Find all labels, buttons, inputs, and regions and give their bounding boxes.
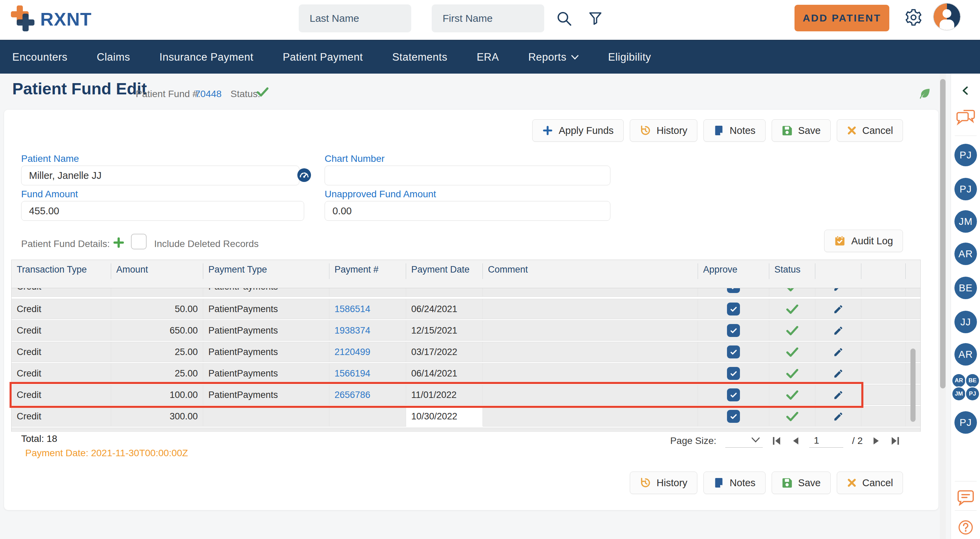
nav-item-reports[interactable]: Reports: [514, 51, 593, 63]
nav-item-label: Encounters: [12, 51, 67, 63]
presence-avatar-mini[interactable]: PJ: [966, 387, 979, 400]
cancel-label: Cancel: [862, 477, 893, 488]
fund-number-value[interactable]: 70448: [195, 89, 222, 100]
nav-item-statements[interactable]: Statements: [377, 51, 462, 63]
approve-checkbox[interactable]: [727, 410, 740, 423]
approve-checkbox[interactable]: [727, 288, 740, 293]
include-deleted-checkbox[interactable]: [131, 234, 146, 249]
last-name-input[interactable]: [299, 5, 411, 32]
nav-item-encounters[interactable]: Encounters: [12, 51, 82, 63]
history-button[interactable]: History: [630, 119, 697, 142]
main-nav: EncountersClaimsInsurance PaymentPatient…: [0, 40, 980, 74]
approve-checkbox[interactable]: [727, 388, 740, 401]
cell-payment-type: PatientPayments: [203, 299, 329, 319]
presence-avatar-mini[interactable]: JM: [952, 387, 965, 400]
approve-checkbox[interactable]: [727, 346, 740, 358]
cell-payment-number[interactable]: [329, 406, 406, 426]
history-button-bottom[interactable]: History: [630, 472, 697, 494]
cell-payment-number[interactable]: 2120499: [329, 342, 406, 362]
help-icon[interactable]: [951, 520, 980, 535]
presence-avatar[interactable]: PJ: [955, 144, 977, 166]
cell-payment-number[interactable]: 2656786: [329, 385, 406, 405]
cell-transaction-type: Credit: [11, 288, 111, 296]
presence-avatar-mini[interactable]: AR: [952, 374, 965, 387]
cell-payment-number[interactable]: 1938374: [329, 320, 406, 340]
cell-extra: [861, 406, 906, 426]
nav-item-patient-payment[interactable]: Patient Payment: [268, 51, 377, 63]
presence-avatar[interactable]: AR: [955, 343, 977, 366]
save-button-bottom[interactable]: Save: [772, 472, 830, 494]
edit-pencil-icon[interactable]: [833, 347, 843, 357]
gear-icon[interactable]: [904, 8, 923, 27]
notes-button-bottom[interactable]: Notes: [703, 472, 765, 494]
sidebar-divider: [955, 136, 977, 136]
cell-payment-number[interactable]: 1566194: [329, 363, 406, 383]
page-size-select[interactable]: [725, 434, 763, 448]
first-page-button[interactable]: [772, 436, 782, 446]
filter-icon[interactable]: [587, 10, 603, 27]
fund-amount-input[interactable]: [21, 201, 304, 221]
status-check-icon: [786, 304, 799, 314]
cell-edit: [815, 288, 861, 296]
approve-checkbox[interactable]: [727, 324, 740, 337]
leaf-icon[interactable]: [918, 87, 932, 100]
cell-edit: [815, 299, 861, 319]
nav-item-insurance-payment[interactable]: Insurance Payment: [145, 51, 268, 63]
user-avatar[interactable]: [934, 3, 960, 30]
edit-pencil-icon[interactable]: [833, 390, 843, 400]
audit-log-button[interactable]: Audit Log: [824, 230, 903, 252]
first-name-input[interactable]: [432, 5, 544, 32]
status-check-icon: [786, 325, 799, 336]
presence-avatar[interactable]: JM: [955, 210, 977, 233]
apply-funds-button[interactable]: Apply Funds: [532, 119, 623, 142]
cell-payment-number[interactable]: 1586514: [329, 299, 406, 319]
cancel-button-bottom[interactable]: Cancel: [837, 472, 903, 494]
cell-payment-date: 12/15/2021: [406, 320, 483, 340]
cell-amount: 100.00: [111, 385, 203, 405]
approve-checkbox[interactable]: [727, 367, 740, 380]
edit-pencil-icon[interactable]: [833, 288, 843, 292]
table-vertical-scrollbar[interactable]: [910, 349, 916, 422]
nav-item-eligibility[interactable]: Eligibility: [593, 51, 666, 63]
page-number-input[interactable]: [809, 434, 843, 448]
patient-name-input[interactable]: [21, 166, 299, 185]
presence-avatar-mini[interactable]: BE: [966, 374, 979, 387]
nav-item-era[interactable]: ERA: [462, 51, 514, 63]
right-sidebar: PJPJJMARBEJJARARBEJMPJPJ: [951, 74, 980, 539]
cell-extra: [906, 288, 920, 296]
column-header-approve: Approve: [698, 260, 769, 288]
save-button[interactable]: Save: [772, 119, 830, 142]
edit-pencil-icon[interactable]: [833, 325, 843, 336]
add-patient-button[interactable]: ADD PATIENT: [794, 5, 889, 31]
nav-item-claims[interactable]: Claims: [82, 51, 145, 63]
add-detail-plus-icon[interactable]: [113, 236, 125, 249]
notes-button[interactable]: Notes: [703, 119, 765, 142]
next-page-button[interactable]: [872, 436, 881, 445]
status-check-icon: [786, 390, 799, 400]
cell-edit: [815, 363, 861, 383]
message-icon[interactable]: [951, 490, 980, 506]
presence-avatar[interactable]: PJ: [955, 411, 977, 434]
collapse-chevron-icon[interactable]: [951, 85, 980, 96]
edit-pencil-icon[interactable]: [833, 304, 843, 314]
presence-avatar[interactable]: AR: [955, 243, 977, 265]
presence-avatar[interactable]: JJ: [955, 311, 977, 333]
edit-pencil-icon[interactable]: [833, 411, 843, 422]
cancel-button[interactable]: Cancel: [837, 119, 903, 142]
chart-number-input[interactable]: [325, 166, 610, 185]
presence-avatar[interactable]: BE: [955, 277, 977, 299]
search-icon[interactable]: [555, 10, 573, 27]
presence-avatar[interactable]: PJ: [955, 178, 977, 200]
prev-page-button[interactable]: [791, 436, 800, 445]
unapproved-fund-input[interactable]: [325, 201, 610, 221]
edit-pencil-icon[interactable]: [833, 368, 843, 379]
patient-meter-icon[interactable]: [298, 168, 311, 182]
rxnt-logo[interactable]: RXNT: [11, 5, 92, 33]
chat-bubbles-icon[interactable]: [951, 109, 980, 126]
page-scrollbar[interactable]: [940, 79, 945, 388]
cell-payment-number[interactable]: [329, 288, 406, 296]
cell-status: [769, 299, 815, 319]
last-page-button[interactable]: [890, 436, 900, 446]
cell-transaction-type: Credit: [11, 385, 111, 405]
approve-checkbox[interactable]: [727, 303, 740, 315]
